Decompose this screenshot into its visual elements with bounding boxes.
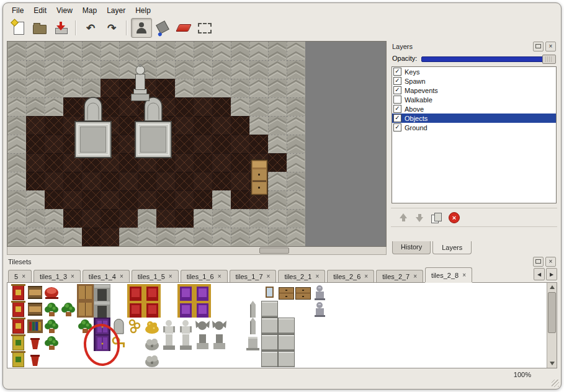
tab-close-icon[interactable]: ×: [71, 274, 74, 280]
tileset-canvas[interactable]: [7, 283, 548, 367]
layer-visibility-checkbox[interactable]: ✓: [393, 123, 401, 131]
layer-visibility-checkbox[interactable]: ✓: [393, 105, 401, 113]
tileset-content: [7, 283, 557, 368]
tab-scroll-left-button[interactable]: ◀: [534, 268, 545, 280]
new-map-button[interactable]: [8, 18, 29, 38]
layer-visibility-checkbox[interactable]: ✓: [393, 68, 401, 76]
person-stamp-icon: [137, 22, 146, 33]
map-canvas[interactable]: [7, 41, 387, 247]
layer-row[interactable]: ✓ Ground: [392, 123, 556, 132]
tileset-tab-5[interactable]: 5×: [8, 270, 32, 282]
float-icon: [535, 259, 541, 264]
tileset-tab-tiles_1_4[interactable]: tiles_1_4×: [83, 270, 130, 282]
tileset-tab-tiles_1_7[interactable]: tiles_1_7×: [230, 270, 277, 282]
tileset-tab-tiles_1_3[interactable]: tiles_1_3×: [34, 270, 81, 282]
tab-scroll-right-button[interactable]: ▶: [546, 268, 557, 280]
tileset-tab-tiles_2_8[interactable]: tiles_2_8×: [425, 267, 472, 282]
float-panel-button[interactable]: [533, 42, 544, 51]
check-icon: ✓: [395, 105, 400, 112]
menu-item-edit[interactable]: Edit: [29, 5, 51, 16]
menu-item-layer[interactable]: Layer: [102, 5, 130, 16]
eraser-tool-button[interactable]: [173, 18, 194, 38]
tab-close-icon[interactable]: ×: [462, 272, 466, 278]
status-bar: 100%: [7, 368, 557, 380]
close-panel-button[interactable]: ×: [545, 42, 556, 51]
scrollbar-thumb[interactable]: [259, 247, 289, 254]
stamp-tool-button[interactable]: [131, 18, 152, 38]
menu-item-map[interactable]: Map: [78, 5, 102, 16]
resize-grip[interactable]: [552, 380, 559, 387]
undo-button[interactable]: ↶: [80, 18, 101, 38]
tab-close-icon[interactable]: ×: [315, 274, 319, 280]
save-map-button[interactable]: [50, 18, 71, 38]
layer-row[interactable]: ✓ Spawn: [392, 76, 556, 86]
tab-close-icon[interactable]: ×: [218, 274, 222, 280]
tileset-vertical-scrollbar[interactable]: [547, 283, 557, 368]
menu-item-view[interactable]: View: [51, 5, 78, 16]
scroll-up-button[interactable]: [547, 283, 557, 292]
save-icon: [55, 22, 67, 34]
fill-tool-button[interactable]: [152, 18, 173, 38]
move-layer-down-button[interactable]: [415, 213, 424, 222]
tileset-tab-label: tiles_2_7: [382, 273, 410, 280]
layers-panel-title: Layers: [392, 43, 531, 50]
opacity-slider[interactable]: [421, 53, 556, 63]
duplicate-layer-button[interactable]: [431, 213, 442, 223]
tab-close-icon[interactable]: ×: [364, 274, 368, 280]
redo-button[interactable]: ↷: [101, 18, 122, 38]
close-panel-button[interactable]: ×: [545, 257, 556, 267]
tileset-tab-label: tiles_2_1: [284, 273, 311, 280]
tab-close-icon[interactable]: ×: [267, 274, 271, 280]
tab-close-icon[interactable]: ×: [22, 274, 25, 280]
delete-layer-button[interactable]: ×: [449, 212, 460, 223]
tileset-tab-tiles_1_5[interactable]: tiles_1_5×: [132, 270, 179, 282]
tileset-tab-bar: 5× tiles_1_3× tiles_1_4× tiles_1_5× tile…: [7, 267, 557, 283]
close-icon: ×: [549, 43, 553, 50]
layer-name: Objects: [405, 115, 427, 122]
tab-layers[interactable]: Layers: [432, 241, 472, 254]
up-arrow-icon: [550, 285, 555, 289]
right-arrow-icon: ▶: [550, 272, 553, 277]
layer-visibility-checkbox[interactable]: ✓: [393, 96, 401, 104]
layer-row[interactable]: ✓ Mapevents: [392, 86, 556, 95]
move-layer-up-button[interactable]: [399, 213, 408, 222]
tileset-tab-tiles_2_7[interactable]: tiles_2_7×: [376, 270, 423, 282]
tab-close-icon[interactable]: ×: [413, 274, 417, 280]
main-area: Layers × Opacity: ✓ Keys ✓ Spawn: [3, 41, 561, 255]
tileset-tab-tiles_2_6[interactable]: tiles_2_6×: [327, 270, 374, 282]
paint-bucket-icon: [156, 20, 169, 34]
layer-row[interactable]: ✓ Above: [392, 104, 556, 114]
layer-row[interactable]: ✓ Objects: [392, 114, 556, 123]
tab-scroll-arrows: ◀ ▶: [534, 268, 557, 282]
layers-panel: Layers × Opacity: ✓ Keys ✓ Spawn: [391, 41, 557, 254]
float-icon: [535, 44, 541, 48]
layer-row[interactable]: ✓ Walkable: [392, 95, 556, 104]
rect-select-icon: [198, 23, 212, 33]
layer-name: Spawn: [405, 78, 426, 85]
tab-history[interactable]: History: [392, 241, 431, 254]
tab-close-icon[interactable]: ×: [120, 274, 123, 280]
map-horizontal-scrollbar[interactable]: [7, 247, 387, 255]
layer-visibility-checkbox[interactable]: ✓: [393, 77, 401, 85]
tab-close-icon[interactable]: ×: [169, 274, 172, 280]
scrollbar-thumb[interactable]: [548, 292, 556, 333]
layers-list: ✓ Keys ✓ Spawn ✓ Mapevents ✓ Walkable ✓: [392, 66, 557, 203]
menu-item-help[interactable]: Help: [130, 5, 156, 16]
layer-row[interactable]: ✓ Keys: [392, 67, 556, 76]
float-panel-button[interactable]: [533, 257, 544, 267]
layer-visibility-checkbox[interactable]: ✓: [393, 86, 401, 94]
left-arrow-icon: ◀: [537, 272, 541, 277]
slider-handle[interactable]: [542, 55, 556, 64]
layer-name: Mapevents: [405, 87, 438, 94]
scroll-down-button[interactable]: [547, 359, 557, 368]
tileset-tab-tiles_2_1[interactable]: tiles_2_1×: [278, 270, 325, 282]
open-map-button[interactable]: [29, 18, 50, 38]
undo-icon: ↶: [86, 23, 95, 33]
map-editor-window: File Edit View Map Layer Help ↶ ↷ Layers: [2, 2, 562, 390]
select-tool-button[interactable]: [194, 18, 215, 38]
layer-visibility-checkbox[interactable]: ✓: [393, 114, 401, 122]
tileset-tab-tiles_1_6[interactable]: tiles_1_6×: [181, 270, 228, 282]
opacity-label: Opacity:: [392, 55, 417, 62]
tilesets-panel: Tilesets × 5× tiles_1_3× tiles_1_4× tile…: [7, 256, 557, 380]
menu-item-file[interactable]: File: [7, 5, 29, 16]
